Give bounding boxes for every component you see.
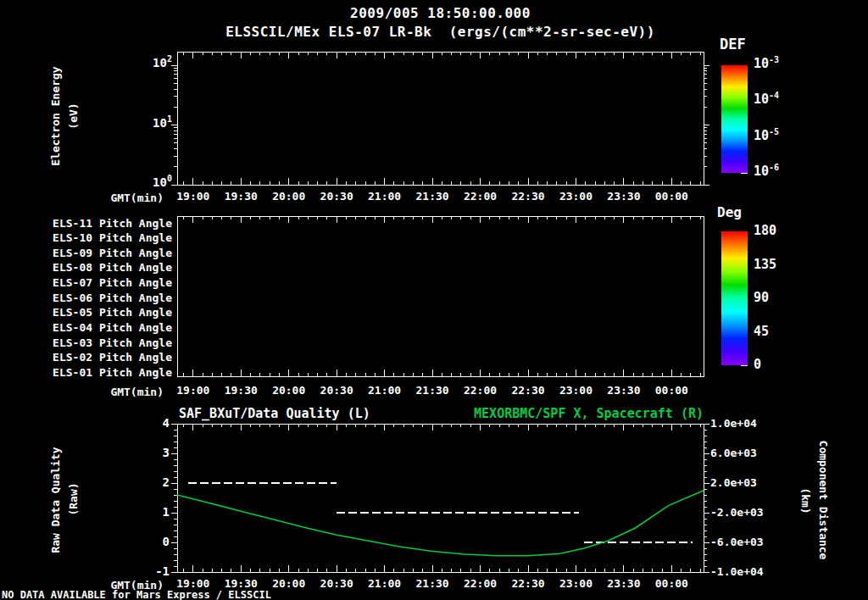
def-tick-label: 10-5	[754, 129, 779, 142]
x-tick-label: 21:30	[407, 191, 458, 203]
x-tick-label: 22:30	[503, 578, 554, 590]
deg-tick-label: 180	[754, 224, 776, 237]
def-colorbar-title: DEF	[720, 36, 746, 53]
distance-ytick-label: -1.0e+04	[710, 566, 764, 578]
pitch-row-label: ELS-04 Pitch Angle	[41, 322, 172, 334]
x-tick-label: 23:30	[598, 191, 649, 203]
pitch-row-label: ELS-10 Pitch Angle	[41, 232, 172, 244]
x-tick-label: 21:00	[359, 191, 410, 203]
no-data-message: NO DATA AVAILABLE for Mars Express / ELS…	[2, 589, 271, 600]
pitch-gmt-label: GMT(min)	[70, 386, 164, 398]
distance-ytick-label: 1.0e+04	[710, 418, 757, 430]
x-tick-label: 23:00	[550, 191, 601, 203]
energy-ytick-label: 100	[140, 176, 172, 189]
distance-axis-unit: (km)	[799, 487, 812, 514]
x-tick-label: 20:00	[264, 385, 314, 397]
quality-ytick-label: 3	[144, 447, 170, 458]
x-tick-label: 21:00	[359, 385, 410, 397]
x-tick-label: 19:30	[215, 578, 266, 590]
x-tick-label: 21:30	[407, 578, 458, 590]
energy-ytick-label: 102	[140, 57, 172, 69]
quality-ytick-label: 2	[144, 476, 170, 488]
deg-colorbar-title: Deg	[717, 204, 742, 220]
x-tick-label: 00:00	[646, 191, 697, 203]
deg-tick-label: 90	[754, 291, 769, 304]
energy-gmt-label: GMT(min)	[70, 192, 164, 204]
deg-tick-label: 0	[754, 358, 761, 371]
x-tick-label: 19:30	[215, 385, 266, 397]
x-tick-label: 20:30	[311, 578, 362, 590]
x-tick-label: 21:30	[407, 385, 458, 397]
deg-tick-label: 135	[754, 258, 776, 271]
pitch-row-label: ELS-09 Pitch Angle	[41, 247, 172, 259]
pitch-row-label: ELS-01 Pitch Angle	[41, 367, 172, 379]
quality-ytick-label: -1	[144, 565, 170, 577]
distance-ytick-label: 6.0e+03	[710, 447, 757, 459]
energy-axis-unit: (eV)	[67, 103, 80, 129]
spacecraft-right-title: MEXORBMC/SPF X, Spacecraft (R)	[177, 406, 704, 421]
quality-ytick-label: 4	[144, 417, 170, 429]
x-tick-label: 19:00	[168, 578, 219, 590]
quality-ytick-label: 1	[144, 506, 170, 518]
quality-ytick-label: 0	[144, 536, 170, 547]
x-tick-label: 00:00	[646, 385, 697, 397]
pitch-row-label: ELS-06 Pitch Angle	[41, 292, 172, 304]
x-tick-label: 00:00	[646, 578, 697, 590]
energy-axis-label: Electron Energy	[49, 66, 62, 165]
x-tick-label: 22:00	[455, 191, 506, 203]
distance-ytick-label: -6.0e+03	[710, 536, 764, 548]
x-tick-label: 22:00	[455, 385, 506, 397]
x-tick-label: 21:00	[359, 578, 410, 590]
deg-tick-label: 45	[754, 325, 769, 338]
quality-axis-unit: (Raw)	[67, 482, 80, 515]
x-tick-label: 20:00	[264, 191, 314, 203]
x-tick-label: 23:00	[550, 385, 601, 397]
pitch-row-label: ELS-07 Pitch Angle	[41, 277, 172, 289]
def-tick-label: 10-6	[754, 164, 779, 178]
energy-ytick-label: 101	[140, 117, 172, 130]
def-tick-label: 10-4	[754, 92, 779, 106]
pitch-row-label: ELS-03 Pitch Angle	[41, 337, 172, 349]
plot-screen: 2009/005 18:50:00.000 ELSSCIL/MEx ELS-07…	[0, 0, 868, 600]
x-tick-label: 20:00	[264, 578, 314, 590]
x-tick-label: 20:30	[311, 191, 362, 203]
def-colorbar	[721, 65, 748, 173]
pitch-row-label: ELS-11 Pitch Angle	[41, 218, 172, 230]
pitch-row-label: ELS-08 Pitch Angle	[41, 262, 172, 274]
x-tick-label: 22:30	[503, 191, 554, 203]
distance-ytick-label: 2.0e+03	[710, 477, 757, 489]
pitch-row-label: ELS-05 Pitch Angle	[41, 307, 172, 319]
pitch-row-label: ELS-02 Pitch Angle	[41, 352, 172, 364]
x-tick-label: 22:00	[455, 578, 506, 590]
x-tick-label: 19:00	[168, 385, 219, 397]
deg-colorbar	[721, 231, 748, 365]
x-tick-label: 19:30	[215, 191, 266, 203]
x-tick-label: 20:30	[311, 385, 362, 397]
x-tick-label: 22:30	[503, 385, 554, 397]
x-tick-label: 23:30	[598, 385, 649, 397]
x-tick-label: 19:00	[168, 191, 219, 203]
quality-axis-label: Raw Data Quality	[49, 447, 62, 553]
distance-axis-label: Component Distance	[817, 441, 830, 560]
def-tick-label: 10-3	[754, 57, 779, 70]
x-tick-label: 23:00	[550, 578, 601, 590]
distance-ytick-label: -2.0e+03	[710, 507, 764, 519]
x-tick-label: 23:30	[598, 578, 649, 590]
